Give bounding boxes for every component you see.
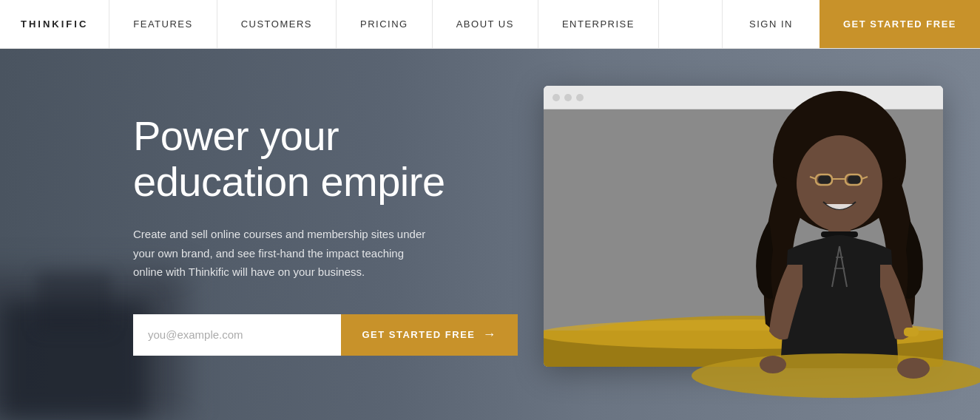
hero-content: Power your education empire Create and s… [133, 113, 518, 356]
logo-text: THINKIFIC [21, 18, 88, 30]
svg-point-21 [897, 358, 930, 379]
svg-point-8 [848, 175, 861, 185]
hero-title: Power your education empire [133, 113, 518, 204]
navbar: THINKIFIC FEATURES CUSTOMERS PRICING ABO… [0, 0, 980, 49]
person-figure [684, 87, 980, 420]
browser-dot-1 [552, 94, 560, 101]
arrow-icon: → [483, 327, 498, 342]
hero-cta-button[interactable]: GET STARTED FREE → [341, 314, 518, 356]
hero-subtitle: Create and sell online courses and membe… [133, 225, 429, 282]
svg-point-22 [760, 356, 786, 373]
signin-button[interactable]: SIGN IN [722, 0, 820, 48]
svg-point-20 [692, 353, 980, 398]
email-input[interactable] [133, 314, 341, 356]
hero-form: GET STARTED FREE → [133, 314, 518, 356]
nav-item-customers[interactable]: CUSTOMERS [217, 0, 337, 48]
hero-section: Power your education empire Create and s… [0, 49, 980, 420]
nav-item-enterprise[interactable]: ENTERPRISE [538, 0, 659, 48]
logo[interactable]: THINKIFIC [0, 0, 109, 48]
nav-links: FEATURES CUSTOMERS PRICING ABOUT US ENTE… [109, 0, 722, 48]
navbar-right: SIGN IN GET STARTED FREE [722, 0, 980, 48]
svg-point-7 [818, 175, 831, 185]
nav-item-pricing[interactable]: PRICING [337, 0, 433, 48]
hero-image-area [521, 49, 980, 420]
navbar-cta-button[interactable]: GET STARTED FREE [820, 0, 980, 48]
svg-point-6 [797, 135, 882, 231]
nav-item-about-us[interactable]: ABOUT US [433, 0, 538, 48]
person-svg [684, 87, 980, 420]
svg-rect-19 [904, 328, 919, 336]
browser-dot-2 [564, 94, 572, 101]
nav-item-features[interactable]: FEATURES [109, 0, 217, 48]
browser-dot-3 [576, 94, 584, 101]
bg-furniture-2 [37, 272, 111, 331]
